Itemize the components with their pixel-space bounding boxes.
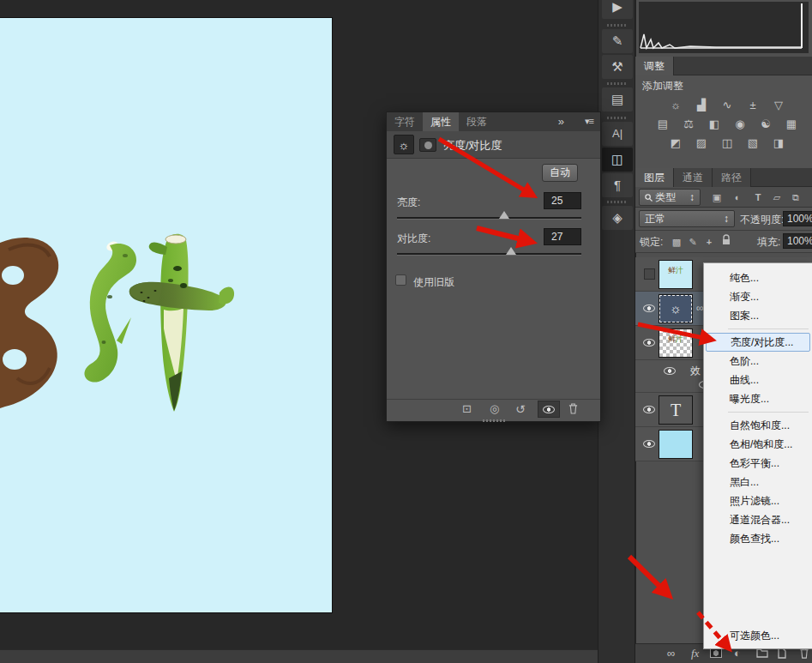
- text-layer-thumbnail[interactable]: T: [659, 395, 693, 425]
- menu-item-exposure[interactable]: 曝光度...: [704, 389, 812, 408]
- threshold-icon[interactable]: ◫: [716, 135, 738, 152]
- hue-saturation-icon[interactable]: ▤: [652, 116, 674, 133]
- menu-item-brightness-contrast[interactable]: 亮度/对比度...: [706, 333, 810, 352]
- tab-properties[interactable]: 属性: [423, 112, 459, 131]
- menu-item-vibrance[interactable]: 自然饱和度...: [704, 416, 812, 435]
- contrast-slider-handle[interactable]: [506, 247, 516, 255]
- new-layer-icon[interactable]: [777, 648, 787, 661]
- effects-visibility-eye-icon[interactable]: [664, 367, 676, 375]
- opacity-field[interactable]: 100%: [783, 211, 812, 226]
- visibility-eye-icon[interactable]: [643, 339, 655, 347]
- reset-icon[interactable]: ↺: [515, 402, 526, 416]
- delete-layer-trash-icon[interactable]: [799, 648, 809, 661]
- delete-adjustment-trash-icon[interactable]: [568, 403, 578, 417]
- brightness-slider-handle[interactable]: [499, 211, 509, 219]
- tab-channels[interactable]: 通道: [674, 168, 713, 187]
- lock-transparency-icon[interactable]: ▩: [671, 236, 683, 248]
- menu-item-photo-filter[interactable]: 照片滤镜...: [704, 491, 812, 510]
- tab-character[interactable]: 字符: [387, 112, 423, 131]
- tab-layers[interactable]: 图层: [635, 168, 674, 187]
- thumb-char: 鲜: [668, 335, 676, 343]
- filter-pixel-icon[interactable]: ▣: [711, 191, 723, 203]
- kind-filter-label: 类型: [655, 191, 676, 203]
- visibility-toggle-off[interactable]: [644, 268, 655, 280]
- menu-item-gradient[interactable]: 渐变...: [704, 287, 812, 306]
- selective-color-icon[interactable]: ◨: [767, 135, 790, 152]
- lock-all-icon[interactable]: [720, 234, 732, 246]
- gradient-map-icon[interactable]: ▧: [742, 135, 764, 152]
- menu-item-hue-saturation[interactable]: 色相/饱和度...: [704, 435, 812, 454]
- levels-icon[interactable]: ▟: [690, 97, 713, 114]
- paragraph-panel-icon[interactable]: ¶: [602, 173, 633, 197]
- adjustment-layer-thumbnail[interactable]: ☼: [659, 294, 693, 323]
- menu-item-channel-mixer[interactable]: 通道混合器...: [704, 510, 812, 529]
- tab-paths[interactable]: 路径: [713, 168, 751, 187]
- blend-mode-dropdown[interactable]: 正常 ↕: [639, 210, 735, 227]
- filter-type-icon[interactable]: T: [752, 191, 764, 203]
- invert-icon[interactable]: ◩: [665, 135, 687, 152]
- tab-adjustments[interactable]: 调整: [635, 57, 674, 75]
- brightness-value-field[interactable]: 25: [544, 192, 581, 209]
- use-legacy-checkbox[interactable]: [395, 274, 406, 286]
- clip-to-layer-icon[interactable]: ⊡: [462, 402, 472, 415]
- new-group-folder-icon[interactable]: [756, 648, 768, 660]
- posterize-icon[interactable]: ▨: [690, 135, 713, 152]
- filter-smart-object-icon[interactable]: ⧉: [790, 191, 802, 203]
- visibility-eye-icon[interactable]: [643, 406, 655, 413]
- filter-adjustment-icon[interactable]: ◐: [731, 191, 743, 203]
- link-layers-icon[interactable]: ∞: [667, 647, 675, 660]
- adjustment-icons-row2: ▤⚖◧◉☯▦: [642, 115, 812, 134]
- mask-icon[interactable]: [419, 138, 436, 152]
- black-white-icon[interactable]: ◧: [703, 116, 725, 133]
- blend-mode-value: 正常: [645, 213, 665, 225]
- menu-item-selective-color[interactable]: 可选颜色...: [704, 626, 812, 645]
- add-layer-mask-icon[interactable]: [710, 648, 722, 658]
- layer-style-fx-icon[interactable]: fx: [691, 647, 699, 660]
- menu-item-black-white[interactable]: 黑白...: [704, 473, 812, 491]
- layer-thumbnail[interactable]: 鲜汁: [659, 260, 693, 289]
- visibility-eye-icon[interactable]: [643, 440, 655, 448]
- lock-label: 锁定:: [640, 235, 663, 250]
- collapse-panel-icon[interactable]: »: [558, 115, 564, 128]
- layers-panel: 图层通道路径 类型 ↕ ▣ ◐ T ▱ ⧉ 正常 ↕ 不透明度: 100%: [635, 168, 812, 253]
- menu-item-levels[interactable]: 色阶...: [704, 352, 812, 371]
- color-balance-icon[interactable]: ⚖: [677, 116, 700, 133]
- visibility-eye-button[interactable]: [538, 401, 560, 418]
- properties-panel-icon[interactable]: ◫: [602, 148, 633, 172]
- lock-position-move-icon[interactable]: +: [703, 236, 715, 248]
- brightness-contrast-icon[interactable]: ☼: [665, 97, 687, 114]
- visibility-eye-icon[interactable]: [643, 304, 655, 312]
- auto-button[interactable]: 自动: [542, 164, 578, 182]
- view-previous-state-icon[interactable]: ◎: [490, 402, 499, 415]
- panel-menu-icon[interactable]: ▾≡: [585, 116, 593, 127]
- vibrance-icon[interactable]: ▽: [767, 97, 790, 114]
- document-canvas[interactable]: [0, 17, 333, 613]
- menu-item-pattern[interactable]: 图案...: [704, 306, 812, 325]
- channel-mixer-icon[interactable]: ☯: [755, 116, 777, 133]
- filter-shape-icon[interactable]: ▱: [771, 191, 783, 203]
- photo-filter-icon[interactable]: ◉: [729, 116, 751, 133]
- layer-filter-kind-dropdown[interactable]: 类型 ↕: [639, 189, 701, 206]
- resize-grip[interactable]: [483, 419, 505, 422]
- lock-pixels-brush-icon[interactable]: ✎: [687, 236, 699, 248]
- background-layer-thumbnail[interactable]: [659, 430, 693, 459]
- layer-thumbnail[interactable]: 鲜汁: [659, 328, 693, 358]
- contrast-value-field[interactable]: 27: [544, 228, 581, 245]
- clone-source-panel-icon[interactable]: ⚒: [602, 55, 633, 79]
- menu-item-solid-color[interactable]: 纯色...: [704, 268, 812, 287]
- color-lookup-icon[interactable]: ▦: [780, 116, 803, 133]
- curves-icon[interactable]: ∿: [716, 97, 738, 114]
- contrast-slider[interactable]: [397, 253, 581, 256]
- 3d-panel-icon[interactable]: ◈: [602, 206, 633, 230]
- brush-presets-panel-icon[interactable]: ✎: [602, 29, 633, 53]
- actions-panel-icon[interactable]: ▶: [602, 0, 633, 19]
- brightness-slider[interactable]: [397, 217, 581, 220]
- character-panel-icon[interactable]: A|: [602, 122, 633, 146]
- menu-item-color-balance[interactable]: 色彩平衡...: [704, 454, 812, 473]
- exposure-icon[interactable]: ±: [742, 97, 764, 114]
- fill-field[interactable]: 100%: [783, 233, 812, 249]
- menu-item-curves[interactable]: 曲线...: [704, 371, 812, 389]
- layer-comps-panel-icon[interactable]: ▤: [602, 87, 633, 112]
- menu-item-color-lookup[interactable]: 颜色查找...: [704, 529, 812, 548]
- tab-paragraph[interactable]: 段落: [459, 112, 495, 131]
